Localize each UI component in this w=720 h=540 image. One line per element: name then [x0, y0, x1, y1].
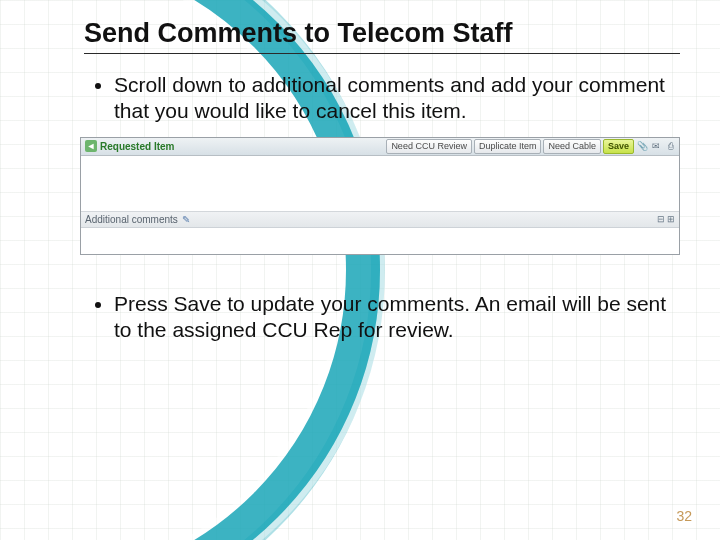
- embedded-screenshot: ◄ Requested Item Need CCU Review Duplica…: [80, 137, 680, 255]
- additional-comments-field[interactable]: [81, 228, 679, 254]
- bullet-list-2: Press Save to update your comments. An e…: [84, 291, 680, 344]
- collapse-icon[interactable]: ⊟: [657, 214, 665, 224]
- email-icon[interactable]: ✉: [650, 140, 662, 152]
- slide-content: Send Comments to Telecom Staff Scroll do…: [84, 18, 680, 353]
- need-cable-button[interactable]: Need Cable: [543, 139, 601, 154]
- bullet-item: Press Save to update your comments. An e…: [114, 291, 680, 344]
- additional-comments-bar: Additional comments ✎ ⊟ ⊞: [81, 212, 679, 228]
- need-ccu-review-button[interactable]: Need CCU Review: [386, 139, 472, 154]
- page-number: 32: [676, 508, 692, 524]
- requested-item-label: Requested Item: [100, 141, 174, 152]
- screenshot-toolbar: ◄ Requested Item Need CCU Review Duplica…: [81, 138, 679, 156]
- expand-icon[interactable]: ⊞: [667, 214, 675, 224]
- toolbar-left: ◄ Requested Item: [81, 138, 178, 155]
- save-button[interactable]: Save: [603, 139, 634, 154]
- bullet-list: Scroll down to additional comments and a…: [84, 72, 680, 125]
- attachment-icon[interactable]: 📎: [636, 140, 648, 152]
- toolbar-right: Need CCU Review Duplicate Item Need Cabl…: [383, 138, 679, 155]
- bullet-item: Scroll down to additional comments and a…: [114, 72, 680, 125]
- edit-icon[interactable]: ✎: [182, 214, 190, 225]
- back-icon[interactable]: ◄: [85, 140, 97, 152]
- print-icon[interactable]: ⎙: [664, 140, 676, 152]
- screenshot-body-upper: [81, 156, 679, 212]
- page-title: Send Comments to Telecom Staff: [84, 18, 680, 54]
- additional-comments-label: Additional comments: [85, 214, 178, 225]
- duplicate-item-button[interactable]: Duplicate Item: [474, 139, 542, 154]
- comments-bar-right: ⊟ ⊞: [657, 214, 675, 224]
